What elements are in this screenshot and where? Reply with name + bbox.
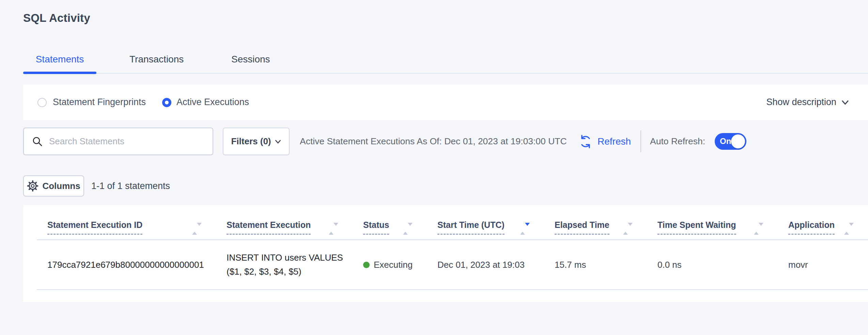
table-row: 179cca7921e679b80000000000000001 INSERT … (37, 240, 868, 290)
result-count: 1-1 of 1 statements (91, 175, 170, 196)
sort-icon[interactable] (623, 226, 628, 232)
column-header-label[interactable]: Elapsed Time (555, 220, 609, 235)
sort-icon[interactable] (192, 226, 197, 232)
radio-label-statement-fingerprints[interactable]: Statement Fingerprints (53, 97, 146, 107)
page-title: SQL Activity (23, 12, 90, 25)
show-description-button[interactable]: Show description (766, 97, 849, 107)
column-header-application[interactable]: Application (778, 220, 868, 239)
toggle-knob (731, 134, 745, 148)
column-header-label[interactable]: Time Spent Waiting (657, 220, 736, 235)
column-header-label[interactable]: Status (363, 220, 389, 235)
cell-elapsed-time: 15.7 ms (544, 260, 647, 270)
column-header-status[interactable]: Status (353, 220, 427, 239)
search-icon (32, 136, 43, 147)
gear-icon (27, 180, 38, 192)
column-header-start-time[interactable]: Start Time (UTC) (427, 220, 544, 239)
column-header-time-spent-waiting[interactable]: Time Spent Waiting (647, 220, 778, 239)
active-tab-indicator (23, 72, 96, 74)
sort-icon-active-desc[interactable] (520, 226, 525, 232)
column-header-label[interactable]: Statement Execution ID (47, 220, 142, 235)
statements-table: Statement Execution ID Statement Executi… (23, 205, 868, 302)
cell-time-spent-waiting: 0.0 ns (647, 260, 778, 270)
table-header-row: Statement Execution ID Statement Executi… (37, 205, 868, 240)
refresh-button[interactable]: Refresh (578, 128, 631, 155)
columns-button[interactable]: Columns (23, 175, 84, 196)
refresh-label: Refresh (598, 136, 631, 147)
sort-icon[interactable] (403, 226, 408, 232)
status-dot-icon (363, 262, 370, 268)
status-badge: Executing (374, 260, 413, 270)
tab-sessions[interactable]: Sessions (231, 54, 270, 65)
cell-application: movr (778, 260, 868, 270)
column-header-label[interactable]: Statement Execution (227, 220, 311, 235)
divider (640, 130, 641, 152)
column-header-statement-execution-id[interactable]: Statement Execution ID (37, 220, 216, 239)
radio-active-executions[interactable] (162, 98, 171, 107)
auto-refresh-label: Auto Refresh: (650, 128, 705, 155)
cell-statement-execution[interactable]: INSERT INTO users VALUES ($1, $2, $3, $4… (216, 251, 345, 279)
search-input[interactable] (49, 136, 199, 147)
tabs-divider (23, 73, 868, 74)
tab-statements[interactable]: Statements (23, 54, 96, 65)
refresh-icon (578, 134, 593, 149)
tab-transactions[interactable]: Transactions (129, 54, 184, 65)
auto-refresh-toggle[interactable]: On (715, 133, 746, 150)
column-header-label[interactable]: Application (788, 220, 835, 235)
view-mode-card: Statement Fingerprints Active Executions… (23, 85, 868, 120)
filters-button-label: Filters (0) (231, 136, 271, 147)
radio-label-active-executions[interactable]: Active Executions (176, 97, 249, 107)
search-box[interactable] (23, 128, 213, 155)
cell-statement-execution-id: 179cca7921e679b80000000000000001 (37, 260, 216, 270)
sort-icon[interactable] (754, 226, 759, 232)
column-header-label[interactable]: Start Time (UTC) (437, 220, 505, 235)
radio-statement-fingerprints[interactable] (37, 98, 47, 107)
show-description-label: Show description (766, 97, 836, 107)
chevron-down-icon (841, 98, 849, 106)
cell-status: Executing (353, 260, 427, 270)
sort-icon[interactable] (844, 226, 849, 232)
columns-button-label: Columns (42, 181, 80, 191)
filters-button[interactable]: Filters (0) (223, 128, 290, 155)
chevron-down-icon (275, 138, 281, 145)
sort-icon[interactable] (329, 226, 334, 232)
column-header-statement-execution[interactable]: Statement Execution (216, 220, 353, 239)
column-header-elapsed-time[interactable]: Elapsed Time (544, 220, 647, 239)
toggle-state-label: On (720, 133, 731, 150)
as-of-timestamp: Active Statement Executions As Of: Dec 0… (300, 128, 567, 155)
cell-start-time: Dec 01, 2023 at 19:03 (427, 260, 544, 270)
